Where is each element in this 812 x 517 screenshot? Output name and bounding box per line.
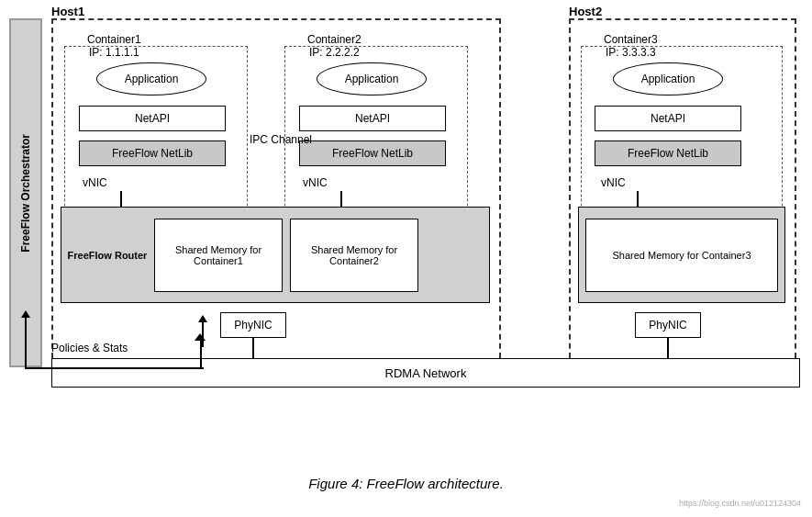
- host1-phynic-rdma-line: [252, 338, 254, 358]
- sharedmem1: Shared Memory for Container1: [154, 219, 283, 292]
- c1-vnic-line: [120, 191, 122, 208]
- figure-number: Figure 4:: [308, 476, 362, 491]
- figure-name: FreeFlow: [367, 476, 425, 491]
- host2-phynic: PhyNIC: [635, 312, 701, 338]
- container3-netapi: NetAPI: [595, 106, 741, 131]
- host1-label: Host1: [51, 5, 84, 18]
- figure-caption: Figure 4: FreeFlow architecture.: [308, 476, 504, 491]
- container3-vnic: vNIC: [601, 176, 626, 189]
- container1-vnic: vNIC: [83, 176, 107, 189]
- sharedmem2: Shared Memory for Container2: [290, 219, 418, 292]
- container2-application: Application: [317, 62, 427, 96]
- host1-phynic: PhyNIC: [220, 312, 286, 338]
- policies-label: Policies & Stats: [51, 342, 128, 354]
- container1-ffnetlib: FreeFlow NetLib: [79, 140, 226, 166]
- c3-vnic-line: [637, 191, 639, 208]
- container2-netapi: NetAPI: [299, 106, 446, 131]
- container2-vnic: vNIC: [303, 176, 328, 189]
- container2-ffnetlib: FreeFlow NetLib: [299, 140, 446, 166]
- container3-application: Application: [613, 62, 723, 96]
- c2-vnic-line: [340, 191, 342, 208]
- policies-h-line: [25, 367, 204, 369]
- policies-v-line-left: [25, 340, 27, 369]
- main-diagram: FreeFlow Orchestrator Host1 Container1 I…: [0, 0, 812, 517]
- figure-suffix: architecture.: [428, 476, 504, 491]
- sharedmem3: Shared Memory for Container3: [585, 219, 778, 292]
- container3-ffnetlib: FreeFlow NetLib: [595, 140, 741, 166]
- freeflow-router: FreeFlow Router: [66, 219, 149, 292]
- rdma-bar: RDMA Network: [51, 358, 800, 388]
- watermark: https://blog.csdn.net/u012124304: [679, 499, 801, 508]
- container1-application: Application: [96, 62, 206, 96]
- host2-phynic-rdma-line: [667, 338, 669, 358]
- ipc-label: IPC Channel: [250, 133, 312, 146]
- orchestrator-label: FreeFlow Orchestrator: [19, 134, 32, 253]
- container1-netapi: NetAPI: [79, 106, 226, 131]
- policies-arrowhead: [195, 333, 206, 341]
- host2-label: Host2: [569, 5, 602, 18]
- policies-v-line-right: [200, 340, 202, 367]
